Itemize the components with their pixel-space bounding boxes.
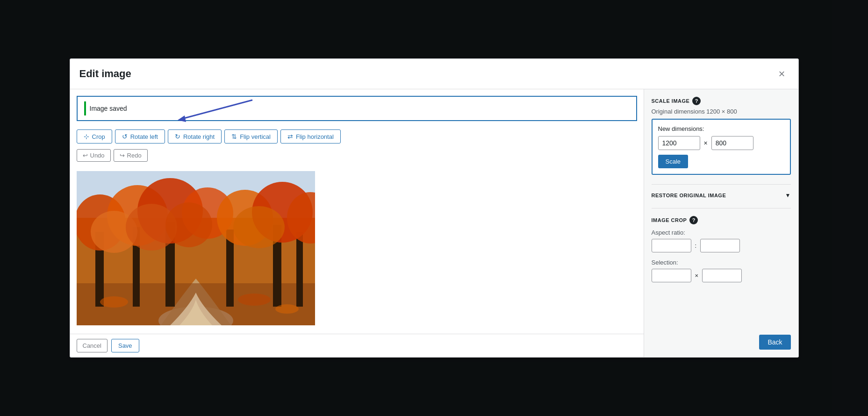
flip-horizontal-button[interactable]: Flip horizontal [280,129,341,143]
modal-header: Edit image × [70,59,798,89]
close-button[interactable]: × [775,66,789,81]
modal-overlay: Edit image × Image saved [0,0,868,416]
rotate-left-icon [122,133,128,140]
image-area [70,166,644,334]
aspect-ratio-inputs: : [652,239,791,252]
modal-body: Image saved Crop Ro [70,89,798,357]
main-area: Image saved Crop Ro [70,89,644,357]
toolbar: Crop Rotate left Rotate right Flip verti… [70,126,644,147]
notification-wrapper: Image saved [70,89,644,126]
restore-header[interactable]: RESTORE ORIGINAL IMAGE ▼ [652,192,791,199]
aspect-ratio-width-input[interactable] [652,239,691,252]
back-button-area: Back [652,340,791,350]
scale-button[interactable]: Scale [658,155,689,168]
image-crop-section: IMAGE CROP ? Aspect ratio: : Selection: [652,208,791,282]
cancel-button[interactable]: Cancel [77,339,108,352]
notification-bar: Image saved [77,96,637,121]
rotate-right-button[interactable]: Rotate right [168,129,222,143]
modal-title: Edit image [79,68,131,80]
flip-vertical-icon [231,133,237,140]
rotate-left-button[interactable]: Rotate left [115,129,165,143]
flip-horizontal-icon [287,133,293,140]
aspect-ratio-group: Aspect ratio: : [652,229,791,252]
aspect-ratio-label: Aspect ratio: [652,229,791,236]
undo-button[interactable]: Undo [77,149,111,162]
redo-icon [120,152,125,159]
restore-section: RESTORE ORIGINAL IMAGE ▼ [652,184,791,199]
scale-image-title: SCALE IMAGE ? [652,97,791,105]
sidebar: SCALE IMAGE ? Original dimensions 1200 ×… [644,89,798,357]
svg-point-24 [238,294,271,306]
flip-vertical-button[interactable]: Flip vertical [224,129,278,143]
selection-width-input[interactable] [652,269,691,282]
new-dimensions-label: New dimensions: [658,125,784,132]
selection-label: Selection: [652,259,791,266]
image-crop-title: IMAGE CROP ? [652,216,791,224]
selection-height-input[interactable] [702,269,742,282]
scale-image-section: SCALE IMAGE ? Original dimensions 1200 ×… [652,97,791,175]
width-input[interactable] [658,136,700,150]
scale-help-icon[interactable]: ? [692,97,701,105]
dimension-separator: × [704,139,708,147]
original-dimensions: Original dimensions 1200 × 800 [652,108,791,115]
chevron-down-icon: ▼ [785,192,791,199]
crop-icon [84,133,89,140]
notification-indicator [84,101,86,115]
height-input[interactable] [711,136,753,150]
restore-title: RESTORE ORIGINAL IMAGE [652,193,726,198]
svg-point-25 [275,304,299,314]
undo-redo-area: Undo Redo [70,147,644,166]
notification-text: Image saved [90,105,127,112]
selection-group: Selection: × [652,259,791,282]
aspect-ratio-separator: : [695,242,697,249]
svg-point-23 [100,296,128,308]
crop-help-icon[interactable]: ? [689,216,698,224]
edit-image-modal: Edit image × Image saved [70,58,799,358]
svg-point-21 [165,202,212,247]
svg-rect-11 [296,232,303,307]
save-button[interactable]: Save [111,339,139,352]
dimensions-inputs: × [658,136,784,150]
modal-footer: Cancel Save [70,334,644,357]
preview-image [77,171,315,325]
scale-box: New dimensions: × Scale [652,119,791,175]
rotate-right-icon [175,133,180,140]
undo-icon [83,152,88,159]
crop-button[interactable]: Crop [77,129,112,143]
selection-separator: × [695,272,699,279]
selection-inputs: × [652,269,791,282]
redo-button[interactable]: Redo [114,149,148,162]
svg-point-22 [233,206,285,248]
back-button[interactable]: Back [759,335,790,350]
aspect-ratio-height-input[interactable] [700,239,740,252]
